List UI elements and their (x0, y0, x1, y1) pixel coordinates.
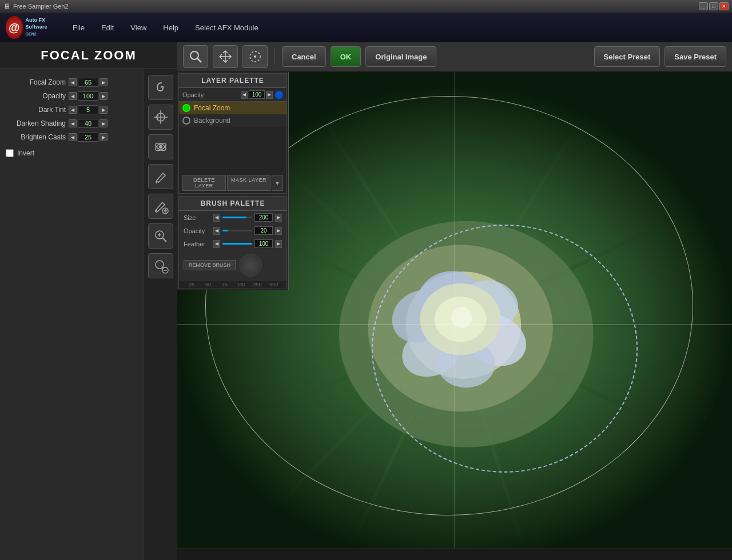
brighten-casts-increment[interactable]: ▶ (100, 133, 108, 141)
brush-opacity-increment[interactable]: ▶ (275, 227, 282, 235)
menu-help[interactable]: Help (156, 21, 185, 35)
brush-size-decrement[interactable]: ◀ (213, 214, 220, 222)
brush-feather-decrement[interactable]: ◀ (213, 240, 220, 248)
select-preset-button[interactable]: Select Preset (594, 46, 661, 67)
scale-75: 75 (216, 282, 233, 287)
title-left: 🖥 Free Sampler Gen2 (3, 2, 69, 10)
crosshair-tool-button[interactable] (148, 105, 173, 130)
toolbar-separator (274, 48, 275, 65)
layer-opacity-decrement[interactable]: ◀ (241, 91, 248, 99)
window-title: Free Sampler Gen2 (13, 3, 69, 10)
layer-list-area (179, 127, 287, 173)
brighten-casts-decrement[interactable]: ◀ (69, 133, 77, 141)
dark-tint-increment[interactable]: ▶ (100, 106, 108, 114)
ok-button[interactable]: OK (331, 46, 361, 67)
brush-size-track[interactable] (222, 217, 252, 218)
brush-feather-label: Feather (184, 241, 211, 247)
brush-opacity-label: Opacity (184, 227, 211, 234)
statusbar (177, 549, 732, 560)
brush-opacity-track[interactable] (222, 230, 252, 231)
magnify-subtract-button[interactable] (148, 253, 173, 278)
mask-layer-button[interactable]: MASK LAYER (227, 175, 270, 191)
inner-selection-ellipse (372, 225, 638, 473)
darken-shading-increment[interactable]: ▶ (100, 119, 108, 127)
canvas-area[interactable]: LAYER PALETTE Opacity ◀ 100 ▶ Focal Zoom (177, 72, 732, 549)
tool-title: FOCAL ZOOM (0, 42, 177, 69)
menu-view[interactable]: View (124, 21, 153, 35)
layer-bg-indicator (182, 117, 190, 125)
layer-item-background[interactable]: Background (179, 114, 287, 127)
dark-tint-label: Dark Tint (6, 106, 66, 114)
layer-active-indicator (182, 104, 190, 112)
layer-opacity-row: Opacity ◀ 100 ▶ (179, 88, 287, 102)
brush-tool-button[interactable] (148, 164, 173, 189)
spiral-tool-button[interactable] (148, 75, 173, 100)
dark-tint-value: 5 (78, 105, 98, 114)
layer-opacity-sync[interactable] (275, 91, 283, 99)
dark-tint-row: Dark Tint ◀ 5 ▶ (6, 105, 137, 114)
zoom-mode-button[interactable] (183, 45, 208, 68)
scale-500: 500 (265, 282, 282, 287)
left-panel: FOCAL ZOOM Focal Zoom ◀ 65 ▶ Opacity ◀ (0, 42, 177, 560)
scale-25: 25 (184, 282, 200, 287)
opacity-value: 100 (78, 91, 98, 101)
brush-size-row: Size ◀ 200 ▶ (179, 211, 287, 224)
brush-size-increment[interactable]: ▶ (275, 214, 282, 222)
minimize-button[interactable]: _ (699, 2, 708, 10)
focal-zoom-row: Focal Zoom ◀ 65 ▶ (6, 78, 137, 87)
focal-zoom-increment[interactable]: ▶ (100, 78, 108, 86)
remove-brush-button[interactable]: REMOVE BRUSH (184, 260, 236, 270)
menu-edit[interactable]: Edit (94, 21, 121, 35)
brush-palette: BRUSH PALETTE Size ◀ 200 ▶ Opacity ◀ (178, 196, 287, 289)
logo-text: Auto FX Software GEN2 (26, 17, 57, 37)
original-image-button[interactable]: Original Image (365, 46, 436, 67)
tool-icons (143, 69, 177, 560)
layer-action-arrow[interactable]: ▼ (272, 175, 283, 191)
darken-shading-label: Darken Shading (6, 119, 66, 127)
menu-file[interactable]: File (66, 21, 92, 35)
invert-label: Invert (17, 149, 34, 157)
scale-50: 50 (200, 282, 217, 287)
layer-opacity-label: Opacity (182, 91, 238, 98)
brush-size-value: 200 (254, 213, 273, 222)
svg-line-10 (162, 238, 166, 242)
delete-layer-button[interactable]: DELETE LAYER (182, 175, 226, 191)
brush-size-label: Size (184, 214, 211, 221)
logo: @ Auto FX Software GEN2 (6, 15, 57, 40)
layer-opacity-increment[interactable]: ▶ (266, 91, 273, 99)
opacity-row: Opacity ◀ 100 ▶ (6, 91, 137, 101)
brush-preview (239, 254, 262, 277)
select-mode-button[interactable] (242, 45, 268, 68)
brush-opacity-decrement[interactable]: ◀ (213, 227, 220, 235)
pan-mode-button[interactable] (213, 45, 238, 68)
right-panels: LAYER PALETTE Opacity ◀ 100 ▶ Focal Zoom (177, 72, 289, 290)
brush-feather-row: Feather ◀ 100 ▶ (179, 237, 287, 250)
gyro-tool-button[interactable] (148, 134, 173, 159)
close-button[interactable]: ✕ (719, 2, 729, 10)
invert-checkbox[interactable] (6, 149, 14, 157)
save-preset-button[interactable]: Save Preset (665, 46, 726, 67)
darken-shading-decrement[interactable]: ◀ (69, 119, 77, 127)
brush-feather-increment[interactable]: ▶ (275, 240, 282, 248)
brush-feather-fill (222, 243, 252, 245)
brush-scale: 25 50 75 100 250 500 (179, 280, 287, 289)
scale-100: 100 (233, 282, 249, 287)
invert-row: Invert (6, 146, 137, 157)
brush-palette-title: BRUSH PALETTE (179, 197, 287, 211)
cancel-button[interactable]: Cancel (282, 46, 326, 67)
brush-feather-track[interactable] (222, 243, 252, 245)
brush-add-tool-button[interactable] (148, 194, 173, 219)
dark-tint-decrement[interactable]: ◀ (69, 106, 77, 114)
svg-point-13 (156, 261, 164, 269)
layer-buttons-row: DELETE LAYER MASK LAYER ▼ (179, 173, 287, 193)
maximize-button[interactable]: □ (709, 2, 718, 10)
opacity-increment[interactable]: ▶ (100, 92, 108, 100)
focal-zoom-decrement[interactable]: ◀ (69, 78, 77, 86)
menu-select-afx-module[interactable]: Select AFX Module (188, 21, 265, 35)
dark-tint-ctrl: ◀ 5 ▶ (69, 105, 108, 114)
layer-focal-zoom-name: Focal Zoom (194, 104, 230, 112)
sliders-area: Focal Zoom ◀ 65 ▶ Opacity ◀ 100 ▶ (0, 69, 143, 560)
magnify-tool-button[interactable] (148, 223, 173, 249)
layer-item-focal-zoom[interactable]: Focal Zoom (179, 102, 287, 114)
opacity-decrement[interactable]: ◀ (69, 92, 77, 100)
